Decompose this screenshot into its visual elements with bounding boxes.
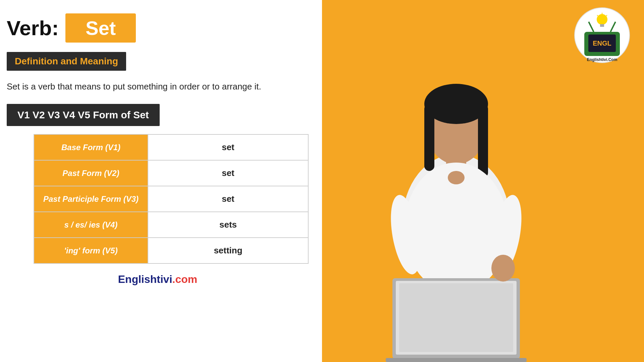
- table-label-2: Past Participle Form (V3): [34, 186, 148, 212]
- table-label-0: Base Form (V1): [34, 134, 148, 160]
- person-image: [339, 60, 574, 362]
- table-row: 'ing' form (V5)setting: [34, 238, 308, 263]
- verb-word-box: Set: [65, 13, 136, 43]
- verb-prefix-label: Verb:: [7, 16, 59, 40]
- verb-title-row: Verb: Set: [7, 13, 309, 43]
- table-value-2: set: [148, 186, 308, 212]
- table-row: Past Participle Form (V3)set: [34, 186, 308, 212]
- svg-point-25: [491, 255, 515, 282]
- v-forms-banner-text: V1 V2 V3 V4 V5 Form of Set: [17, 109, 149, 120]
- svg-rect-7: [600, 24, 604, 27]
- svg-text:ENGL: ENGL: [593, 40, 611, 47]
- svg-rect-24: [386, 358, 527, 362]
- definition-paragraph: Set is a verb that means to put somethin…: [7, 80, 309, 93]
- v-forms-banner: V1 V2 V3 V4 V5 Form of Set: [7, 104, 160, 126]
- table-value-0: set: [148, 134, 308, 160]
- svg-point-6: [597, 14, 607, 25]
- person-svg: [339, 60, 574, 362]
- verb-word-text: Set: [86, 17, 116, 39]
- logo-svg: ENGL Englishtivi.Com: [574, 7, 631, 64]
- table-value-4: setting: [148, 238, 308, 263]
- definition-banner: Definition and Meaning: [7, 52, 126, 71]
- table-label-3: s / es/ ies (V4): [34, 212, 148, 238]
- table-label-4: 'ing' form (V5): [34, 238, 148, 263]
- svg-rect-23: [399, 283, 513, 352]
- svg-rect-16: [478, 104, 488, 178]
- right-panel: ENGL Englishtivi.Com: [322, 0, 644, 362]
- logo-wrapper: ENGL Englishtivi.Com: [574, 7, 631, 64]
- footer-brand-blue: Englishtivi: [118, 273, 172, 285]
- svg-rect-15: [424, 104, 434, 171]
- footer-brand-red: .com: [172, 273, 198, 285]
- svg-point-26: [448, 171, 465, 184]
- table-value-3: sets: [148, 212, 308, 238]
- content-area: Verb: Set Definition and Meaning Set is …: [0, 0, 322, 362]
- footer-brand: Englishtivi.com: [7, 273, 309, 286]
- table-label-1: Past Form (V2): [34, 160, 148, 186]
- definition-banner-text: Definition and Meaning: [15, 56, 118, 66]
- table-row: Past Form (V2)set: [34, 160, 308, 186]
- table-value-1: set: [148, 160, 308, 186]
- svg-text:Englishtivi.Com: Englishtivi.Com: [587, 57, 618, 62]
- table-row: s / es/ ies (V4)sets: [34, 212, 308, 238]
- verb-forms-table: Base Form (V1)setPast Form (V2)setPast P…: [34, 134, 309, 264]
- table-row: Base Form (V1)set: [34, 134, 308, 160]
